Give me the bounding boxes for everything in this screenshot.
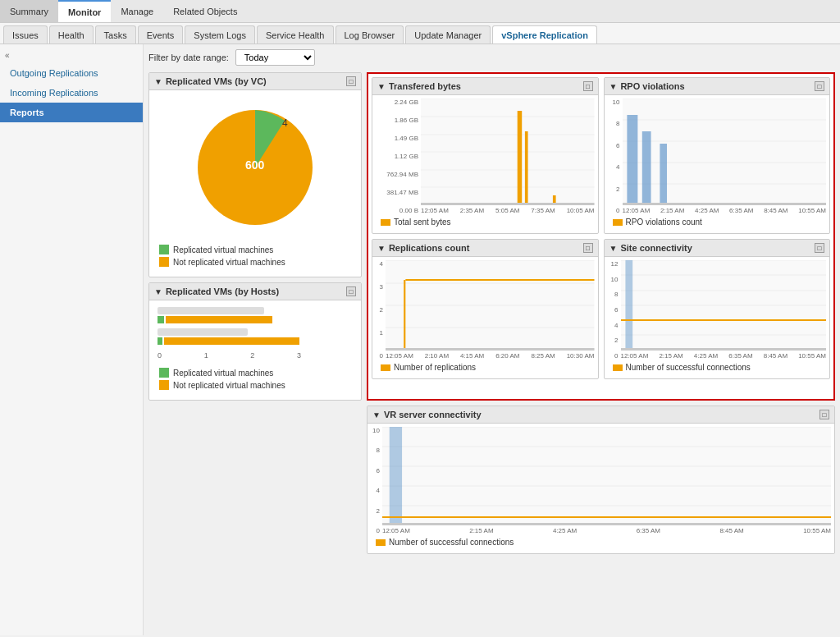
tab-bar: Issues Health Tasks Events System Logs S… [0, 23, 840, 44]
x-label-1: 2:35 AM [460, 207, 484, 214]
vrs-baseline [382, 523, 831, 525]
tab-events[interactable]: Events [138, 25, 184, 44]
right-section: ▼ Transfered bytes □ 2.24 GB 1.86 GB 1.4… [367, 72, 835, 401]
rpo-bg [623, 99, 827, 205]
tab-health[interactable]: Health [49, 25, 94, 44]
bottom-left-spacer [148, 406, 362, 554]
chart-body-site-conn: 12 10 8 6 4 2 0 [605, 257, 830, 378]
vrs-y-3: 4 [371, 487, 380, 494]
legend-not-replicated-hosts: Not replicated virtual machines [159, 380, 351, 390]
rep-count-legend: Number of replications [376, 360, 595, 375]
tab-issues[interactable]: Issues [3, 25, 48, 44]
hbar-host2-label [158, 328, 248, 336]
site-conn-x-axis: 12:05 AM 2:15 AM 4:25 AM 6:35 AM 8:45 AM… [621, 352, 827, 360]
filter-select[interactable]: Today Last 7 days Last 30 days [235, 49, 315, 66]
hbar-xaxis-2: 2 [250, 351, 254, 360]
hbar-host2-orange [164, 337, 299, 345]
collapse-icon-site-conn[interactable]: ▼ [609, 244, 618, 253]
chart-title-rep-count: Replications count [389, 243, 469, 253]
chart-body-vr-server: 10 8 6 4 2 0 [368, 424, 834, 553]
legend-not-replicated: Not replicated virtual machines [159, 257, 351, 267]
minimize-rep-count[interactable]: □ [583, 243, 593, 253]
tab-tasks[interactable]: Tasks [95, 25, 136, 44]
pie-chart-svg: 600 4 [189, 102, 321, 233]
sidebar-item-outgoing[interactable]: Outgoing Replications [0, 63, 143, 83]
sc-x-5: 10:55 AM [798, 352, 826, 360]
hbar-host1-label [158, 307, 264, 314]
hbar-xaxis: 0 1 2 3 [158, 350, 301, 361]
minimize-rpo[interactable]: □ [815, 81, 824, 91]
chart-title-vms-hosts: Replicated VMs (by Hosts) [166, 286, 279, 296]
main-container: « Outgoing Replications Incoming Replica… [0, 44, 840, 635]
vr-server-legend: Number of successful connections [371, 534, 831, 550]
transferred-bytes-svg [421, 99, 595, 205]
sc-legend-color [613, 364, 623, 371]
chart-collapse-icon[interactable]: ▼ [154, 77, 162, 86]
sidebar-item-reports[interactable]: Reports [0, 103, 143, 122]
y-label-3: 1.12 GB [376, 153, 418, 160]
site-conn-inner: 12 10 8 6 4 2 0 [608, 260, 827, 360]
rpo-svg [623, 99, 827, 205]
sidebar-toggle[interactable]: « [0, 48, 143, 63]
chart-minimize-vms-vc[interactable]: □ [346, 76, 356, 86]
sc-y-4: 4 [608, 322, 619, 329]
y-label-6: 0.00 B [376, 207, 418, 214]
tab-service-health[interactable]: Service Health [257, 25, 334, 44]
rep-count-svg [386, 260, 595, 351]
chart-header-rpo: ▼ RPO violations □ [605, 78, 830, 95]
topnav-manage[interactable]: Manage [111, 0, 163, 22]
rc-x-5: 10:30 AM [567, 352, 595, 360]
tab-system-logs[interactable]: System Logs [185, 25, 255, 44]
collapse-icon-rpo[interactable]: ▼ [609, 82, 618, 91]
transferred-x-axis: 12:05 AM 2:35 AM 5:05 AM 7:35 AM 10:05 A… [421, 207, 595, 214]
chart-header-vms-hosts: ▼ Replicated VMs (by Hosts) □ [149, 283, 361, 300]
chart-minimize-vms-hosts[interactable]: □ [346, 286, 356, 296]
y-label-4: 762.94 MB [376, 171, 418, 178]
minimize-transferred[interactable]: □ [583, 81, 593, 91]
rpo-x-axis: 12:05 AM 2:15 AM 4:25 AM 6:35 AM 8:45 AM… [623, 207, 827, 214]
hbar-host1-green [158, 316, 164, 323]
rc-x-0: 12:05 AM [386, 352, 413, 360]
rpo-x-2: 4:25 AM [695, 207, 719, 214]
pie-label-secondary: 4 [282, 117, 288, 129]
rpo-chart-svg-area: 12:05 AM 2:15 AM 4:25 AM 6:35 AM 8:45 AM… [623, 99, 827, 214]
rc-x-4: 8:25 AM [531, 352, 555, 360]
rep-count-inner: 4 3 2 1 0 [376, 260, 595, 360]
rpo-bar-3 [660, 144, 667, 205]
sc-x-2: 4:25 AM [694, 352, 718, 360]
chart-title-transferred: Transfered bytes [389, 81, 461, 91]
vrs-x-1: 2:15 AM [469, 527, 493, 534]
vrs-x-2: 4:25 AM [553, 527, 577, 534]
x-label-0: 12:05 AM [421, 207, 449, 214]
minimize-site-conn[interactable]: □ [815, 243, 824, 253]
chart-title-rpo: RPO violations [620, 81, 684, 91]
rpo-x-4: 8:45 AM [764, 207, 788, 214]
topnav-summary[interactable]: Summary [0, 0, 58, 22]
rpo-y-axis: 10 8 6 4 2 0 [608, 99, 623, 214]
tab-log-browser[interactable]: Log Browser [336, 25, 404, 44]
collapse-icon-transferred[interactable]: ▼ [377, 82, 386, 91]
hbar-chart-area: 0 1 2 3 [153, 304, 358, 364]
chart-header-vms-vc: ▼ Replicated VMs (by VC) □ [149, 73, 361, 90]
hbar-host1-orange [166, 316, 272, 323]
chart-replications-count: ▼ Replications count □ 4 3 2 [372, 239, 599, 379]
topnav-monitor[interactable]: Monitor [58, 0, 111, 22]
pie-legend: Replicated virtual machines Not replicat… [153, 241, 358, 273]
collapse-icon-vr-server[interactable]: ▼ [372, 410, 381, 419]
chart-title-vms-vc: Replicated VMs (by VC) [166, 76, 267, 86]
chart-body-rpo: 10 8 6 4 2 0 [605, 95, 830, 233]
sidebar-item-incoming[interactable]: Incoming Replications [0, 83, 143, 103]
chart-collapse-icon-hosts[interactable]: ▼ [154, 287, 162, 296]
vrs-y-2: 6 [371, 467, 380, 474]
rc-y-1: 3 [376, 283, 383, 291]
right-middle-row: ▼ Replications count □ 4 3 2 [372, 239, 830, 379]
hbar-host1-bars [158, 316, 358, 323]
vrs-x-5: 10:55 AM [803, 527, 831, 534]
sc-x-1: 2:15 AM [659, 352, 682, 360]
minimize-vr-server[interactable]: □ [819, 410, 829, 419]
tab-vsphere-replication[interactable]: vSphere Replication [492, 25, 597, 44]
topnav-related-objects[interactable]: Related Objects [163, 0, 247, 22]
rc-initial-spike [404, 280, 405, 348]
tab-update-manager[interactable]: Update Manager [405, 25, 491, 44]
collapse-icon-rep-count[interactable]: ▼ [377, 244, 386, 253]
